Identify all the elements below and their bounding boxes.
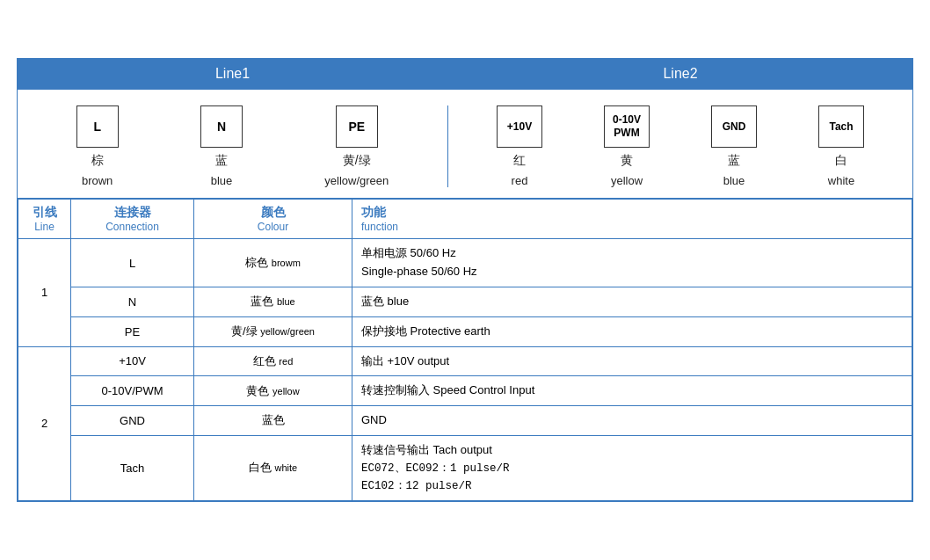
color-zh: 红色: [253, 354, 276, 367]
th-conn-zh: 连接器: [80, 205, 185, 221]
wire-label-zh: 黄: [621, 153, 633, 169]
header-row: Line1 Line2: [18, 59, 912, 90]
cell-function: 单相电源 50/60 HzSingle-phase 50/60 Hz: [352, 239, 912, 287]
cell-function: GND: [352, 406, 912, 436]
cell-color: 红色 red: [194, 346, 352, 376]
func-line: Single-phase 50/60 Hz: [361, 263, 903, 281]
wire-box: L: [76, 105, 119, 148]
cell-color: 黄/绿 yellow/green: [194, 316, 352, 346]
wire-label-zh: 蓝: [215, 153, 228, 169]
cell-function: 转速信号输出 Tach outputEC072、EC092：1 pulse/RE…: [352, 435, 912, 500]
wire-box: 0-10VPWM: [604, 105, 650, 148]
wire-item-l1-1: N 蓝 blue: [200, 105, 243, 187]
cell-function: 转速控制输入 Speed Control Input: [352, 376, 912, 406]
th-func: 功能 function: [352, 200, 912, 239]
wire-label-zh: 红: [513, 153, 526, 169]
th-color-en: Colour: [203, 221, 343, 233]
wire-box: +10V: [497, 105, 542, 148]
wire-box: GND: [711, 105, 757, 148]
wire-label-zh: 蓝: [728, 153, 740, 169]
color-zh: 黄/绿: [231, 324, 258, 338]
cell-color: 蓝色: [194, 406, 352, 436]
cell-connection: N: [71, 287, 194, 316]
table-row: N蓝色 blue蓝色 blue: [18, 287, 912, 316]
wire-item-l2-2: GND 蓝 blue: [711, 105, 757, 187]
wire-item-l2-3: Tach 白 white: [818, 105, 864, 187]
color-zh: 白色: [249, 461, 272, 474]
th-line: 引线 Line: [18, 200, 71, 239]
cell-function: 输出 +10V output: [352, 346, 912, 376]
table-row: 1L棕色 browm单相电源 50/60 HzSingle-phase 50/6…: [18, 239, 912, 287]
th-line-en: Line: [27, 221, 62, 233]
wire-label-en: yellow: [611, 174, 643, 187]
cell-function: 蓝色 blue: [352, 287, 912, 316]
wire-label-en: red: [512, 174, 528, 187]
wire-label-zh: 棕: [91, 153, 104, 169]
header-line1: Line1: [18, 59, 448, 89]
func-line: GND: [361, 411, 903, 430]
diagram-line2: +10V 红 red 0-10VPWM 黄 yellow GND 蓝 blue …: [448, 105, 912, 187]
wire-item-l2-0: +10V 红 red: [497, 105, 542, 187]
wire-item-l1-0: L 棕 brown: [76, 105, 119, 187]
func-line: 保护接地 Protective earth: [361, 323, 903, 341]
th-conn-en: Connection: [80, 221, 185, 233]
cell-color: 黄色 yellow: [194, 376, 352, 406]
table-row: PE黄/绿 yellow/green保护接地 Protective earth: [18, 316, 912, 346]
wire-label-en: yellow/green: [324, 174, 389, 187]
wire-label-en: white: [828, 174, 854, 187]
color-en: yellow/green: [260, 326, 315, 337]
color-zh: 棕色: [245, 256, 268, 269]
wire-item-l1-2: PE 黄/绿 yellow/green: [324, 105, 389, 187]
wire-label-en: blue: [211, 174, 233, 187]
func-line: 蓝色 blue: [361, 293, 903, 311]
table-wrap: 引线 Line 连接器 Connection 颜色 Colour 功能 func…: [18, 199, 912, 500]
color-en: white: [274, 462, 297, 473]
wire-box: PE: [336, 105, 378, 148]
func-line: 转速信号输出 Tach output: [361, 441, 903, 460]
main-container: Line1 Line2 L 棕 brown N 蓝 blue PE 黄/绿 ye…: [17, 58, 913, 501]
color-zh: 蓝色: [262, 413, 285, 426]
diagram-line1: L 棕 brown N 蓝 blue PE 黄/绿 yellow/green: [18, 105, 448, 187]
table-header-row: 引线 Line 连接器 Connection 颜色 Colour 功能 func…: [18, 200, 912, 239]
wire-label-en: blue: [723, 174, 745, 187]
wire-box: Tach: [818, 105, 864, 148]
cell-connection: L: [71, 239, 194, 287]
table-row: 0-10V/PWM黄色 yellow转速控制输入 Speed Control I…: [18, 376, 912, 406]
wire-label-zh: 白: [835, 153, 847, 169]
color-en: red: [279, 356, 293, 367]
th-line-zh: 引线: [27, 205, 62, 221]
th-color-zh: 颜色: [203, 205, 343, 221]
color-zh: 黄色: [246, 384, 269, 397]
cell-color: 白色 white: [194, 435, 352, 500]
cell-color: 蓝色 blue: [194, 287, 352, 316]
th-func-zh: 功能: [361, 205, 903, 221]
func-line: 单相电源 50/60 Hz: [361, 244, 903, 263]
cell-line: 1: [18, 239, 71, 346]
header-line2: Line2: [448, 59, 912, 89]
wire-item-l2-1: 0-10VPWM 黄 yellow: [604, 105, 650, 187]
cell-connection: 0-10V/PWM: [71, 376, 194, 406]
table-row: 2+10V红色 red输出 +10V output: [18, 346, 912, 376]
func-line: 转速控制输入 Speed Control Input: [361, 382, 903, 400]
cell-function: 保护接地 Protective earth: [352, 316, 912, 346]
th-color: 颜色 Colour: [194, 200, 352, 239]
func-line: EC102：12 pulse/R: [361, 477, 903, 495]
color-en: browm: [272, 258, 301, 268]
cell-line: 2: [18, 346, 71, 500]
cell-color: 棕色 browm: [194, 239, 352, 287]
wire-label-en: brown: [82, 174, 113, 187]
table-row: Tach白色 white转速信号输出 Tach outputEC072、EC09…: [18, 435, 912, 500]
wire-label-zh: 黄/绿: [343, 153, 371, 169]
func-line: EC072、EC092：1 pulse/R: [361, 460, 903, 477]
table-body: 1L棕色 browm单相电源 50/60 HzSingle-phase 50/6…: [18, 239, 912, 500]
th-conn: 连接器 Connection: [71, 200, 194, 239]
cell-connection: PE: [71, 316, 194, 346]
color-zh: 蓝色: [251, 295, 273, 308]
cell-connection: GND: [71, 406, 194, 436]
cell-connection: Tach: [71, 435, 194, 500]
cell-connection: +10V: [71, 346, 194, 376]
data-table: 引线 Line 连接器 Connection 颜色 Colour 功能 func…: [18, 199, 912, 500]
color-en: yellow: [272, 386, 300, 396]
th-func-en: function: [361, 221, 903, 233]
color-en: blue: [277, 296, 295, 307]
